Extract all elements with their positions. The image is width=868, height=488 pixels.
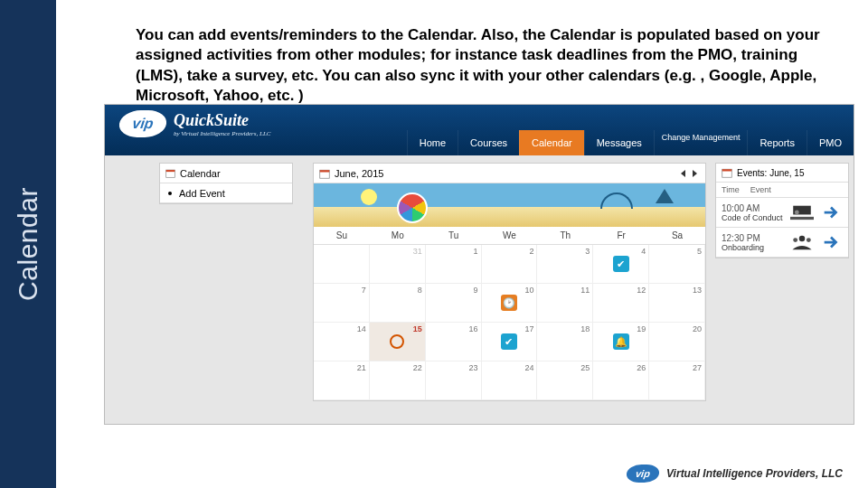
calendar-day[interactable]: 9 (426, 284, 482, 323)
next-month-button[interactable] (689, 168, 700, 179)
day-number: 13 (693, 286, 702, 295)
app-logo: vip QuickSuite by Virtual Intelligence P… (119, 110, 271, 137)
suite-subtitle: by Virtual Intelligence Providers, LLC (174, 130, 271, 137)
open-event-icon[interactable] (819, 202, 843, 222)
calendar-day[interactable]: 19🔔 (593, 323, 649, 361)
calendar-day[interactable]: 18 (537, 323, 593, 361)
day-number: 26 (637, 363, 646, 372)
add-event-label: Add Event (179, 188, 225, 199)
bullet-icon (168, 192, 172, 195)
weekday-header: Su Mo Tu We Th Fr Sa (314, 227, 705, 245)
slide-footer: vip Virtual Intelligence Providers, LLC (627, 465, 843, 483)
svg-point-8 (795, 211, 799, 215)
event-name: Onboarding (722, 243, 785, 252)
calendar-day[interactable]: 23 (426, 361, 482, 400)
day-number: 15 (413, 324, 422, 333)
calendar-day[interactable] (314, 245, 370, 284)
open-event-icon[interactable] (819, 232, 843, 252)
events-card: Events: June, 15 Time Event 10:00 AM Cod… (715, 163, 849, 258)
calendar-day[interactable]: 20 (649, 323, 705, 361)
svg-point-10 (793, 238, 797, 242)
day-number: 17 (524, 324, 533, 333)
weekday-th: Th (537, 227, 593, 244)
calendar-day[interactable]: 13 (649, 284, 705, 323)
calendar-day[interactable]: 21 (314, 361, 370, 400)
svg-rect-3 (320, 170, 330, 172)
people-icon (790, 232, 814, 252)
page-description: You can add events/reminders to the Cale… (136, 25, 841, 107)
day-number: 12 (637, 286, 646, 295)
tab-courses[interactable]: Courses (458, 130, 519, 155)
ring-icon (390, 334, 404, 349)
vip-logo-icon: vip (118, 110, 168, 137)
calendar-day[interactable]: 4✔ (593, 245, 649, 284)
events-columns: Time Event (716, 183, 848, 198)
sidebar-heading: Calendar (160, 164, 292, 183)
calendar-day[interactable]: 12 (593, 284, 649, 323)
event-item[interactable]: 10:00 AM Code of Conduct (716, 198, 848, 228)
calendar-day[interactable]: 16 (426, 323, 482, 361)
day-number: 16 (469, 324, 478, 333)
day-number: 20 (693, 324, 702, 333)
add-event-link[interactable]: Add Event (160, 183, 292, 203)
day-number: 3 (585, 247, 590, 256)
svg-rect-1 (166, 170, 175, 172)
weekday-su: Su (314, 227, 370, 244)
calendar-day[interactable]: 27 (649, 361, 705, 400)
tab-reports[interactable]: Reports (747, 130, 807, 155)
main-nav: Home Courses Calendar Messages Change Ma… (407, 130, 854, 155)
calendar-day[interactable]: 3 (537, 245, 593, 284)
calendar-day[interactable]: 11 (537, 284, 593, 323)
col-time: Time (722, 185, 740, 194)
calendar-day[interactable]: 15 (370, 323, 426, 361)
day-number: 31 (413, 247, 422, 256)
calendar-day[interactable]: 22 (370, 361, 426, 400)
tab-calendar[interactable]: Calendar (519, 130, 584, 155)
month-banner (314, 183, 705, 227)
event-item[interactable]: 12:30 PM Onboarding (716, 228, 848, 258)
calendar-sidebar: Calendar Add Event (159, 163, 293, 204)
calendar-day[interactable]: 31 (370, 245, 426, 284)
day-number: 11 (580, 286, 590, 295)
calendar-day[interactable]: 8 (370, 284, 426, 323)
calendar-day[interactable]: 7 (314, 284, 370, 323)
calendar-day[interactable]: 14 (314, 323, 370, 361)
events-title: Events: June, 15 (737, 168, 805, 178)
calendar-day[interactable]: 26 (593, 361, 649, 400)
calendar-day[interactable]: 5 (649, 245, 705, 284)
calendar-grid: 311234✔578910🕑11121314151617✔1819🔔202122… (314, 245, 705, 400)
calendar-day[interactable]: 10🕑 (482, 284, 538, 323)
sun-icon (361, 189, 377, 205)
left-rail: Calendar (0, 0, 56, 488)
day-number: 2 (529, 247, 533, 256)
training-icon (790, 202, 814, 222)
prev-month-button[interactable] (678, 168, 689, 179)
calendar-day[interactable]: 17✔ (482, 323, 538, 361)
calendar-header: June, 2015 (314, 164, 705, 183)
calendar-day[interactable]: 24 (482, 361, 538, 400)
event-time: 10:00 AM (722, 203, 785, 213)
sailboat-icon (656, 189, 674, 203)
calendar-day[interactable]: 1 (426, 245, 482, 284)
calendar-title: June, 2015 (335, 168, 383, 179)
check-icon: ✔ (501, 333, 517, 350)
rail-title: Calendar (13, 187, 43, 301)
calendar-card: June, 2015 Su Mo Tu We Th Fr Sa 311234✔5 (313, 163, 706, 401)
day-number: 21 (357, 363, 366, 372)
tab-messages[interactable]: Messages (584, 130, 654, 155)
day-number: 24 (524, 363, 533, 372)
events-header: Events: June, 15 (716, 164, 848, 183)
wave-icon (600, 192, 633, 209)
tab-change-mgmt[interactable]: Change Management (654, 130, 748, 155)
svg-rect-7 (790, 217, 814, 220)
calendar-day[interactable]: 2 (482, 245, 538, 284)
check-icon: ✔ (613, 256, 629, 272)
calendar-day[interactable]: 25 (537, 361, 593, 400)
svg-point-9 (799, 236, 806, 242)
event-name: Code of Conduct (722, 213, 785, 222)
tab-pmo[interactable]: PMO (807, 130, 854, 155)
clock-icon: 🕑 (501, 295, 517, 311)
day-number: 25 (580, 363, 590, 372)
app-screenshot: vip QuickSuite by Virtual Intelligence P… (104, 104, 854, 425)
tab-home[interactable]: Home (407, 130, 458, 155)
